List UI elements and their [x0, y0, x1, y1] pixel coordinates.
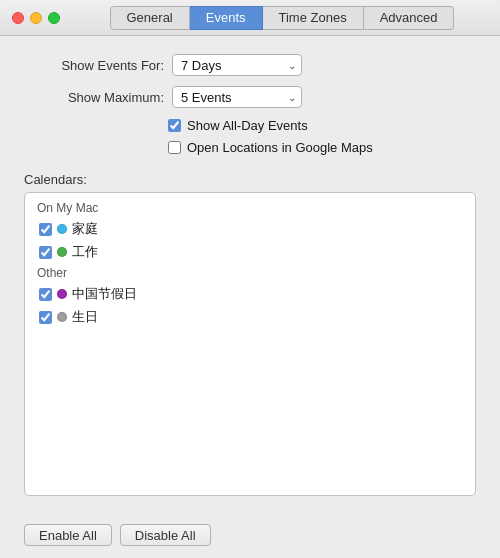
calendar-item-birthday: 生日 — [39, 308, 463, 326]
open-locations-checkbox[interactable] — [168, 141, 181, 154]
calendar-name-gongzuo: 工作 — [72, 243, 98, 261]
traffic-lights — [12, 12, 60, 24]
maximize-button[interactable] — [48, 12, 60, 24]
calendar-name-holidays: 中国节假日 — [72, 285, 137, 303]
tab-timezones[interactable]: Time Zones — [263, 6, 364, 30]
calendar-color-gongzuo — [57, 247, 67, 257]
enable-all-button[interactable]: Enable All — [24, 524, 112, 546]
content-area: Show Events For: 7 Days 1 Day 3 Days 2 W… — [0, 36, 500, 524]
calendars-section-label-wrapper: Calendars: — [24, 172, 476, 187]
calendar-item-holidays: 中国节假日 — [39, 285, 463, 303]
show-maximum-row: Show Maximum: 5 Events 3 Events 10 Event… — [24, 86, 476, 108]
bottom-bar: Enable All Disable All — [0, 524, 500, 558]
calendar-item-jiating: 家庭 — [39, 220, 463, 238]
calendar-name-birthday: 生日 — [72, 308, 98, 326]
tab-bar: General Events Time Zones Advanced — [76, 6, 488, 30]
group-title-on-my-mac: On My Mac — [37, 201, 463, 215]
calendar-item-gongzuo: 工作 — [39, 243, 463, 261]
show-maximum-label: Show Maximum: — [24, 90, 164, 105]
open-locations-label: Open Locations in Google Maps — [187, 140, 373, 155]
show-maximum-select[interactable]: 5 Events 3 Events 10 Events 15 Events — [172, 86, 302, 108]
calendar-checkbox-jiating[interactable] — [39, 223, 52, 236]
close-button[interactable] — [12, 12, 24, 24]
minimize-button[interactable] — [30, 12, 42, 24]
show-allday-row: Show All-Day Events — [168, 118, 476, 133]
show-allday-label: Show All-Day Events — [187, 118, 308, 133]
group-title-other: Other — [37, 266, 463, 280]
calendar-color-birthday — [57, 312, 67, 322]
calendar-checkbox-holidays[interactable] — [39, 288, 52, 301]
show-events-select-wrapper: 7 Days 1 Day 3 Days 2 Weeks 1 Month ⌄ — [172, 54, 302, 76]
show-events-label: Show Events For: — [24, 58, 164, 73]
open-locations-row: Open Locations in Google Maps — [168, 140, 476, 155]
tab-general[interactable]: General — [110, 6, 190, 30]
calendar-checkbox-gongzuo[interactable] — [39, 246, 52, 259]
calendar-name-jiating: 家庭 — [72, 220, 98, 238]
tab-advanced[interactable]: Advanced — [364, 6, 455, 30]
app-window: General Events Time Zones Advanced Show … — [0, 0, 500, 558]
title-bar: General Events Time Zones Advanced — [0, 0, 500, 36]
calendars-box: On My Mac 家庭 工作 Other 中国节假日 — [24, 192, 476, 496]
tab-events[interactable]: Events — [190, 6, 263, 30]
show-allday-checkbox[interactable] — [168, 119, 181, 132]
show-maximum-select-wrapper: 5 Events 3 Events 10 Events 15 Events ⌄ — [172, 86, 302, 108]
calendar-color-jiating — [57, 224, 67, 234]
calendars-section-label: Calendars: — [24, 172, 87, 187]
show-events-select[interactable]: 7 Days 1 Day 3 Days 2 Weeks 1 Month — [172, 54, 302, 76]
show-events-row: Show Events For: 7 Days 1 Day 3 Days 2 W… — [24, 54, 476, 76]
disable-all-button[interactable]: Disable All — [120, 524, 211, 546]
calendar-color-holidays — [57, 289, 67, 299]
calendar-checkbox-birthday[interactable] — [39, 311, 52, 324]
